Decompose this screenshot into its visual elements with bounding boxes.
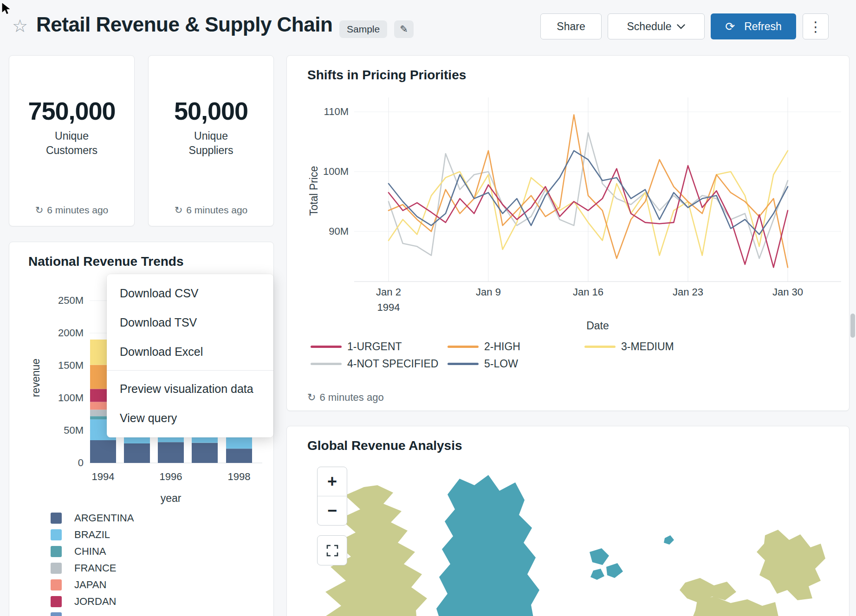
svg-text:250M: 250M (58, 295, 84, 306)
legend-swatch (51, 579, 62, 590)
legend-swatch (51, 612, 62, 616)
world-map[interactable] (287, 461, 850, 616)
kebab-menu-button[interactable]: ⋮ (803, 13, 829, 39)
refresh-icon: ⟳ (725, 20, 735, 33)
menu-item-download-excel[interactable]: Download Excel (107, 337, 273, 366)
svg-text:100M: 100M (58, 392, 84, 404)
chart-legend-row: 4-NOT SPECIFIED5-LOW (311, 358, 584, 370)
legend-swatch (51, 596, 62, 607)
chart-title: National Revenue Trends (28, 254, 184, 269)
counter-label: Unique Suppliers (176, 129, 246, 158)
legend-swatch (51, 546, 62, 557)
chart-legend-row: 1-URGENT2-HIGH3-MEDIUM (311, 340, 721, 353)
counter-card-unique-suppliers: 50,000 Unique Suppliers ↻6 minutes ago (148, 55, 274, 226)
menu-item-preview-visualization-data[interactable]: Preview visualization data (107, 374, 273, 404)
menu-item-view-query[interactable]: View query (107, 404, 273, 433)
edit-title-button[interactable]: ✎ (394, 20, 414, 38)
legend-swatch (51, 513, 62, 524)
highlight-island[interactable] (590, 548, 609, 565)
svg-text:Jan 23: Jan 23 (673, 286, 703, 298)
schedule-button-label: Schedule (627, 20, 672, 33)
scrollbar-thumb[interactable] (850, 314, 855, 338)
legend-label: FRANCE (74, 562, 116, 574)
legend-item-2-high[interactable]: 2-HIGH (447, 340, 584, 353)
visualization-context-menu: Download CSVDownload TSVDownload ExcelPr… (107, 274, 273, 437)
last-refresh-text: ↻6 minutes ago (9, 205, 134, 216)
dashboard-page: ☆ Retail Revenue & Supply Chain Sample ✎… (0, 0, 856, 616)
refresh-button-label: Refresh (744, 20, 782, 33)
zoom-in-button[interactable]: + (318, 467, 347, 496)
legend-swatch (51, 563, 62, 574)
zoom-out-button[interactable]: − (318, 496, 347, 525)
counter-value: 50,000 (149, 96, 273, 125)
svg-text:Jan 9: Jan 9 (476, 286, 501, 298)
legend-item-3-medium[interactable]: 3-MEDIUM (584, 340, 721, 353)
global-revenue-card: Global Revenue Analysis + − (286, 426, 850, 616)
highlight-islet[interactable] (664, 535, 674, 545)
svg-text:year: year (161, 492, 182, 504)
share-button[interactable]: Share (540, 13, 602, 39)
highlight-island[interactable] (606, 563, 623, 578)
pricing-line-chart[interactable]: 90M100M110MJan 21994Jan 9Jan 16Jan 23Jan… (287, 97, 850, 339)
counter-label: Unique Customers (37, 129, 107, 158)
legend-swatch (447, 346, 479, 348)
refresh-icon: ↻ (307, 391, 316, 403)
schedule-button[interactable]: Schedule (608, 13, 705, 39)
legend-item-argentina[interactable]: ARGENTINA (51, 512, 134, 524)
svg-text:150M: 150M (58, 359, 84, 371)
legend-item-japan[interactable]: JAPAN (51, 579, 106, 591)
page-title: Retail Revenue & Supply Chain (36, 13, 332, 36)
legend-item-4-not-specified[interactable]: 4-NOT SPECIFIED (311, 358, 447, 370)
legend-label: JAPAN (74, 579, 106, 591)
legend-item-partial[interactable] (51, 612, 62, 616)
svg-text:Jan 2: Jan 2 (376, 286, 401, 298)
legend-swatch (311, 346, 342, 348)
menu-item-download-csv[interactable]: Download CSV (107, 279, 273, 308)
svg-text:200M: 200M (58, 327, 84, 339)
svg-text:1998: 1998 (228, 471, 251, 482)
legend-label: BRAZIL (74, 529, 110, 541)
counter-card-unique-customers: 750,000 Unique Customers ↻6 minutes ago (9, 55, 135, 226)
pencil-icon: ✎ (400, 24, 408, 35)
chart-title: Global Revenue Analysis (307, 438, 462, 453)
svg-text:1996: 1996 (160, 471, 182, 482)
legend-label: ARGENTINA (74, 512, 134, 524)
share-button-label: Share (557, 20, 585, 33)
last-refresh-text: ↻6 minutes ago (149, 205, 273, 216)
legend-swatch (311, 363, 342, 365)
legend-label: CHINA (74, 545, 106, 558)
menu-item-download-tsv[interactable]: Download TSV (107, 308, 273, 337)
svg-text:100M: 100M (323, 166, 349, 177)
legend-label: JORDAN (74, 596, 116, 608)
legend-swatch (447, 363, 479, 365)
legend-item-france[interactable]: FRANCE (51, 562, 116, 574)
favorite-star-icon[interactable]: ☆ (12, 16, 28, 36)
legend-label: 4-NOT SPECIFIED (347, 358, 438, 370)
svg-text:90M: 90M (329, 225, 349, 237)
landmass-northeast[interactable] (757, 530, 825, 600)
pricing-priorities-card: Shifts in Pricing Priorities Total Price… (286, 55, 850, 411)
svg-text:Date: Date (586, 320, 609, 332)
refresh-icon: ↻ (175, 205, 183, 216)
legend-item-1-urgent[interactable]: 1-URGENT (311, 340, 447, 353)
sample-badge: Sample (339, 20, 387, 38)
landmass-highlight-large[interactable] (436, 475, 541, 616)
svg-text:1994: 1994 (92, 471, 115, 482)
refresh-button[interactable]: ⟳ Refresh (711, 13, 796, 39)
legend-label: 3-MEDIUM (621, 340, 674, 353)
legend-item-brazil[interactable]: BRAZIL (51, 529, 110, 541)
landmass-southeast[interactable] (690, 597, 779, 616)
svg-text:1994: 1994 (377, 302, 400, 313)
legend-item-5-low[interactable]: 5-LOW (447, 358, 584, 370)
chart-title: Shifts in Pricing Priorities (307, 68, 466, 83)
chevron-down-icon (677, 24, 685, 29)
legend-item-china[interactable]: CHINA (51, 545, 106, 558)
legend-item-jordan[interactable]: JORDAN (51, 596, 116, 608)
legend-swatch (584, 346, 616, 348)
highlight-island[interactable] (590, 569, 604, 580)
menu-divider (107, 370, 273, 371)
legend-label: 1-URGENT (347, 340, 402, 353)
legend-swatch (51, 529, 62, 540)
fullscreen-button[interactable] (317, 535, 347, 565)
counter-value: 750,000 (9, 96, 134, 125)
